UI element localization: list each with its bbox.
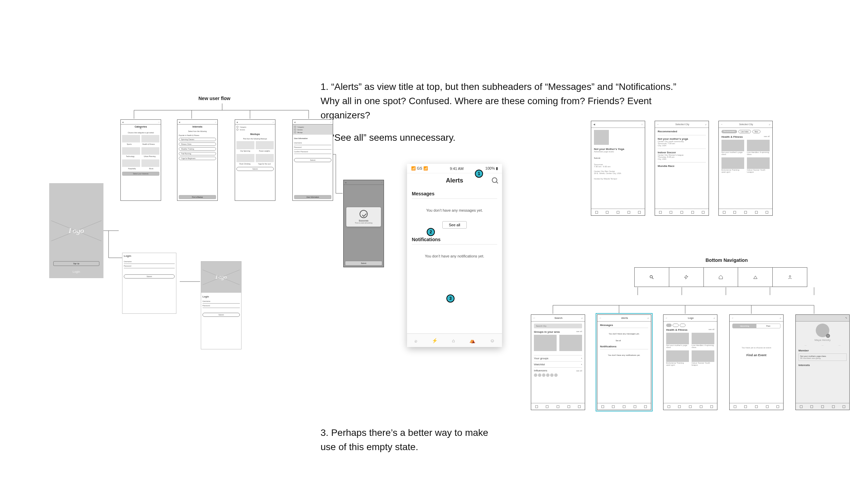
city-dropdown[interactable]: Selected City [739, 123, 753, 126]
cat-sports[interactable]: Sports [127, 143, 132, 145]
search-input[interactable]: Search City [534, 324, 582, 328]
influencers-row[interactable]: Influencers [534, 369, 547, 372]
categories-subtitle: Choose a few categories to get started [122, 132, 159, 134]
see-all-button[interactable]: See all [442, 221, 467, 229]
signup-button[interactable]: Sign Up [53, 261, 99, 266]
nav-groups-icon[interactable] [738, 268, 773, 287]
nav-alerts-icon[interactable] [669, 268, 704, 287]
tab-past[interactable]: Past [756, 324, 780, 328]
card1[interactable]: Not your mother's yoga class [721, 151, 744, 155]
hc1[interactable]: Not your mother's yoga class [666, 344, 689, 348]
step-meetups: Meetups [297, 132, 303, 133]
search-icon[interactable] [492, 177, 497, 183]
nav-home-screen: ←Logo⌕ Health & Fitnesssee all Not your … [663, 314, 717, 410]
login2-title: Login [202, 295, 240, 298]
meetup-power[interactable]: Power weights [259, 150, 270, 152]
userinfo-footer-button[interactable]: User Information [294, 195, 331, 199]
avatar[interactable]: + [816, 324, 829, 337]
login-username[interactable]: Username [124, 259, 175, 264]
confirm-password-field[interactable]: Confirm Password [294, 150, 331, 154]
status-bar: ◀○ [293, 120, 333, 124]
search-title: Search [555, 317, 562, 319]
battery-indicator: 100% ▮ [485, 166, 498, 171]
select-interests-button[interactable]: Select your Interests [122, 172, 159, 176]
tag-fitness[interactable]: Fitness Clubs [179, 142, 216, 146]
rec3-title[interactable]: Mundia Race [658, 165, 706, 168]
messages-header: Messages [412, 191, 497, 199]
cat-health[interactable]: Health & Fitness [142, 143, 155, 145]
rec2-title[interactable]: Indoor Soccer [658, 151, 706, 154]
card2[interactable]: Low Handles: A spinning class [747, 151, 770, 155]
see-all-link[interactable]: see all [709, 328, 714, 331]
meetups-screen: ◀○ Categories Interests Meetups Pick fro… [235, 119, 275, 201]
cat-urban[interactable]: Urban Planning [144, 155, 155, 157]
cat-music[interactable]: Music [149, 168, 153, 170]
messages-header-sm: Messages [600, 324, 648, 328]
tab-upcoming[interactable]: Upcoming [733, 324, 756, 328]
hc4[interactable]: Indoor Soccer Youth league [692, 362, 714, 366]
find-meetup-button[interactable]: Find a Meetup [179, 195, 216, 199]
see-all-link[interactable]: see all [576, 330, 582, 333]
event-submit-button[interactable]: Submit [594, 156, 614, 160]
hc2[interactable]: Low Handles: A spinning class [692, 344, 714, 348]
see-all-button-sm[interactable]: See all [616, 340, 633, 342]
username-field[interactable]: Username [294, 141, 331, 145]
hc3[interactable]: Endurance Training open gym [666, 362, 689, 366]
chip-live[interactable]: Live Index [738, 130, 751, 133]
card3[interactable]: Endurance Training: open gym [721, 169, 744, 173]
splash-screen: Logo Sign Up Login [49, 183, 103, 278]
login-submit-button[interactable]: Submit [124, 274, 175, 278]
card4[interactable]: Indoor Soccer Youth League [747, 169, 770, 173]
interests-label: Interests [798, 364, 847, 367]
login2-password[interactable]: Password [202, 304, 240, 308]
svg-point-2 [789, 275, 791, 277]
status-bar: ←Search⌕ [531, 315, 585, 322]
userinfo-submit-button[interactable]: Submit [294, 158, 331, 162]
profile-group[interactable]: Not your mothers yoga class. 30 members … [798, 353, 847, 361]
nav-profile-icon[interactable] [773, 268, 807, 287]
your-groups-row[interactable]: Your groups› [534, 355, 582, 361]
title-bar: Alerts [407, 173, 502, 188]
success-screen: ◀○ Success Time to start elmosking Submi… [343, 180, 384, 267]
tab-groups-icon[interactable]: ⛺ [469, 338, 475, 343]
nav-profile-screen: ✎ + Maya Hendry ——— Member Not your moth… [795, 314, 850, 410]
interests-subtitle: Select from the following [179, 130, 216, 132]
tag-spinning[interactable]: Spinning Classes [179, 138, 216, 141]
tag-trail[interactable]: Trail Running [179, 152, 216, 155]
recommended-header: Recommended [658, 130, 706, 133]
chip-new[interactable]: New [752, 130, 760, 133]
login2-submit-button[interactable]: Submit [202, 313, 240, 317]
password-field[interactable]: Password [294, 145, 331, 150]
meetups-submit-button[interactable]: Submit [236, 167, 274, 171]
watchlist-row[interactable]: Watchlist› [534, 361, 582, 367]
rec2-city: City, USA [658, 158, 706, 160]
login-password[interactable]: Password [124, 264, 175, 268]
chip-recommended[interactable]: Recommended [721, 130, 737, 133]
find-event-button[interactable]: Find an Event [732, 353, 780, 357]
see-all-link[interactable]: see all [764, 135, 770, 138]
event-detail-screen: ◀○ Not your Mother's Yoga Advanced yoga … [591, 121, 645, 216]
tab-home-icon[interactable]: ⌂ [452, 338, 455, 343]
new-user-flow-label: New user flow [198, 96, 230, 101]
cat-hosp[interactable]: Hospitality [128, 168, 136, 170]
tag-yoga[interactable]: Yoga for Beginners [179, 157, 216, 160]
success-submit-button[interactable]: Submit [345, 261, 382, 266]
tab-profile-icon[interactable]: ☺ [490, 338, 495, 343]
splash-login-screen: Logo Login Username Password Submit [201, 261, 242, 349]
login2-username[interactable]: Username [202, 299, 240, 304]
nav-search-icon[interactable] [635, 268, 669, 287]
tab-search-icon[interactable]: ⌕ [414, 338, 417, 343]
rec1-title[interactable]: Not your mother's yoga [658, 137, 706, 140]
step-categories: Categories [297, 126, 304, 128]
userinfo-title: User Information [294, 137, 331, 139]
city-dropdown[interactable]: Selected City [675, 123, 689, 126]
meetup-yoga[interactable]: Yoga for the soul [258, 163, 271, 165]
home-logo: Logo [688, 317, 694, 319]
login-link[interactable]: Login [49, 270, 103, 273]
tag-weather[interactable]: Weather Training [179, 147, 216, 151]
cat-tech[interactable]: Technology [126, 155, 135, 157]
tab-alerts-icon[interactable]: ⚡ [432, 338, 438, 343]
meetup-rock[interactable]: Rock Climbing [239, 163, 250, 165]
nav-home-icon[interactable] [704, 268, 738, 287]
meetup-spinning[interactable]: City Spinning [240, 150, 250, 152]
